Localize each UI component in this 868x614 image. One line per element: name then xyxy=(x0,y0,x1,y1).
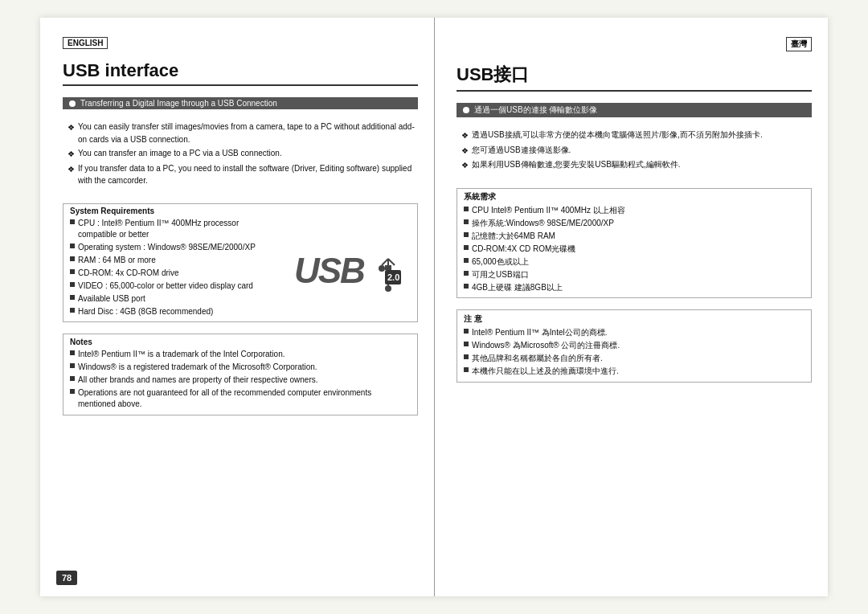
notes-cn-sq-2 xyxy=(464,342,469,346)
sq-cn-icon-3 xyxy=(464,232,469,237)
transfer-item-cn-1: ❖ 透過USB接續,可以非常方便的從本機向電腦傳送照片/影像,而不須另附加外接插… xyxy=(461,129,812,142)
sysreq-cn-item-5: 65,000色或以上 xyxy=(464,256,805,268)
sysreq-cn-item-4: CD-ROM:4X CD ROM光碟機 xyxy=(464,244,805,255)
svg-line-2 xyxy=(382,259,388,265)
transfer-section-header-text: Transferring a Digital Image through a U… xyxy=(80,99,277,108)
notes-cn-item-1: Intel® Pentium II™ 為Intel公司的商標. xyxy=(464,327,805,338)
sysreq-title-cn: 系統需求 xyxy=(464,191,805,203)
svg-point-7 xyxy=(385,285,391,292)
sysreq-item-2: Operating system : Windows® 98SE/ME/2000… xyxy=(70,242,274,253)
left-column: ENGLISH USB interface Transferring a Dig… xyxy=(40,18,434,596)
sysreq-row: CPU : Intel® Pentium II™ 400MHz processo… xyxy=(70,218,411,319)
notes-cn-item-2: Windows® 為Microsoft® 公司的注冊商標. xyxy=(464,340,805,351)
notes-cn-sq-1 xyxy=(464,329,469,334)
notes-item-2: Windows® is a registered trademark of th… xyxy=(70,362,411,373)
page-title: USB interface xyxy=(63,60,418,86)
notes-title-cn: 注 意 xyxy=(464,313,805,325)
sysreq-item-6: Available USB port xyxy=(70,293,274,305)
page-number: 78 xyxy=(56,571,77,585)
sysreq-cn-item-7: 4GB上硬碟 建議8GB以上 xyxy=(464,282,805,293)
notes-cn-item-4: 本機作只能在以上述及的推薦環境中進行. xyxy=(464,366,805,377)
sysreq-title: System Requirements xyxy=(70,207,411,215)
svg-text:USB: USB xyxy=(294,251,365,290)
sq-cn-icon-2 xyxy=(464,219,469,224)
diamond-icon-cn-1: ❖ xyxy=(461,129,469,142)
notes-sq-4 xyxy=(70,389,75,394)
notes-box: Notes Intel® Pentium II™ is a trademark … xyxy=(63,334,418,415)
svg-rect-5 xyxy=(385,265,391,270)
sysreq-item-7: Hard Disc : 4GB (8GB recommended) xyxy=(70,306,274,317)
usb-logo-area: USB xyxy=(282,218,411,319)
notes-item-1: Intel® Pentium II™ is a trademark of the… xyxy=(70,349,411,360)
transfer-item-1: ❖ You can easily transfer still images/m… xyxy=(68,121,418,145)
page-title-cn: USB接口 xyxy=(457,63,812,92)
sq-icon-6 xyxy=(70,295,75,300)
transfer-item-3: ❖ If you transfer data to a PC, you need… xyxy=(68,162,418,187)
sq-icon-3 xyxy=(70,256,75,261)
sysreq-item-4: CD-ROM: 4x CD-ROM drive xyxy=(70,268,274,279)
diamond-icon-3: ❖ xyxy=(68,163,75,187)
svg-line-3 xyxy=(388,259,395,265)
notes-cn-sq-3 xyxy=(464,354,469,359)
sq-icon-7 xyxy=(70,308,75,313)
sq-icon-5 xyxy=(70,282,75,287)
sysreq-box: System Requirements CPU : Intel® Pentium… xyxy=(63,203,418,322)
sysreq-cn-item-2: 操作系統:Windows® 98SE/ME/2000/XP xyxy=(464,218,805,229)
diamond-icon-cn-2: ❖ xyxy=(461,145,469,158)
sq-cn-icon-1 xyxy=(464,207,469,211)
notes-item-3: All other brands and names are property … xyxy=(70,375,411,386)
right-column: 臺灣 USB接口 通過一個USB的連接 傳輸數位影像 ❖ 透過USB接續,可以非… xyxy=(434,18,828,596)
notes-cn-sq-4 xyxy=(464,367,469,372)
sq-icon-2 xyxy=(70,244,75,248)
sq-icon-4 xyxy=(70,269,75,274)
notes-cn-item-3: 其他品牌和名稱都屬於各自的所有者. xyxy=(464,353,805,364)
lang-badge-area: ENGLISH xyxy=(63,37,418,51)
transfer-item-cn-3: ❖ 如果利用USB傳輸數連,您要先安裝USB驅動程式,編輯軟件. xyxy=(461,158,812,172)
sysreq-cn-item-1: CPU Intel® Pentium II™ 400MHz 以上相容 xyxy=(464,205,805,216)
sysreq-item-3: RAM : 64 MB or more xyxy=(70,255,274,266)
notes-item-4: Operations are not guaranteed for all of… xyxy=(70,387,411,410)
transfer-item-cn-2: ❖ 您可通過USB連接傳送影像. xyxy=(461,144,812,158)
notes-sq-3 xyxy=(70,376,75,381)
diamond-icon-cn-3: ❖ xyxy=(461,159,469,172)
sq-cn-icon-7 xyxy=(464,284,469,289)
taiwan-badge: 臺灣 xyxy=(786,37,812,51)
transfer-section-content: ❖ You can easily transfer still images/m… xyxy=(63,117,418,192)
notes-box-cn: 注 意 Intel® Pentium II™ 為Intel公司的商標. Wind… xyxy=(457,309,812,383)
transfer-section-header-cn: 通過一個USB的連接 傳輸數位影像 xyxy=(457,103,812,117)
sysreq-cn-item-3: 記憶體:大於64MB RAM xyxy=(464,231,805,242)
taiwan-badge-row: 臺灣 xyxy=(457,37,812,51)
sq-cn-icon-6 xyxy=(464,271,469,276)
bullet-circle-icon-cn xyxy=(463,107,469,113)
sq-cn-icon-5 xyxy=(464,258,469,263)
notes-title: Notes xyxy=(70,338,411,346)
notes-sq-1 xyxy=(70,350,75,355)
sysreq-list: CPU : Intel® Pentium II™ 400MHz processo… xyxy=(70,218,274,319)
diamond-icon-2: ❖ xyxy=(68,148,75,161)
sysreq-cn-item-6: 可用之USB端口 xyxy=(464,269,805,280)
notes-sq-2 xyxy=(70,363,75,368)
usb-logo: USB xyxy=(290,244,403,293)
transfer-section-header-text-cn: 通過一個USB的連接 傳輸數位影像 xyxy=(474,104,597,116)
diamond-icon-1: ❖ xyxy=(68,121,75,145)
sysreq-box-cn: 系統需求 CPU Intel® Pentium II™ 400MHz 以上相容 … xyxy=(457,188,812,298)
transfer-section-content-cn: ❖ 透過USB接續,可以非常方便的從本機向電腦傳送照片/影像,而不須另附加外接插… xyxy=(457,125,812,177)
svg-text:2.0: 2.0 xyxy=(387,272,399,282)
sq-icon-1 xyxy=(70,219,75,224)
transfer-item-2: ❖ You can transfer an image to a PC via … xyxy=(68,147,418,161)
page-divider xyxy=(434,18,435,596)
bullet-circle-icon xyxy=(69,100,76,107)
sysreq-item-5: VIDEO : 65,000-color or better video dis… xyxy=(70,280,274,292)
usb-logo-svg: USB xyxy=(290,244,403,293)
language-badge: ENGLISH xyxy=(63,37,108,49)
sq-cn-icon-4 xyxy=(464,245,469,250)
sysreq-item-1: CPU : Intel® Pentium II™ 400MHz processo… xyxy=(70,218,274,240)
transfer-section-header: Transferring a Digital Image through a U… xyxy=(63,97,418,109)
svg-point-4 xyxy=(379,265,385,272)
